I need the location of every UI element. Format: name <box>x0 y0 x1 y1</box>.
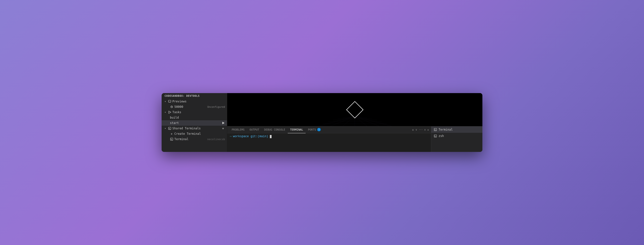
tab-ports[interactable]: PORTS 1 <box>306 126 324 133</box>
terminal-list-label-terminal: Terminal <box>438 128 453 131</box>
terminal-item-label: Terminal <box>174 137 205 141</box>
tab-debug-console[interactable]: DEBUG CONSOLE <box>262 126 288 133</box>
tasks-chevron: ▾ <box>164 111 167 114</box>
tab-actions: + ∨ ··· ∧ ✕ <box>412 128 429 132</box>
main-area: PROBLEMS OUTPUT DEBUG CONSOLE TERMINAL P… <box>227 93 482 152</box>
shared-terminals-section: ▾ Shared Terminals + + Create Terminal <box>162 126 227 142</box>
create-terminal-icon: + <box>170 132 173 135</box>
terminal-item-user: necolinecsb <box>207 138 225 141</box>
tasks-label: Tasks <box>172 111 225 114</box>
terminal-right-panel: Terminal zsh <box>431 126 482 152</box>
build-label: build <box>170 116 225 119</box>
build-row[interactable]: build <box>162 115 227 120</box>
tasks-section: ▾ Tasks build start <box>162 110 227 126</box>
svg-line-18 <box>318 116 355 126</box>
more-actions-icon[interactable]: ··· <box>418 128 423 131</box>
previews-row[interactable]: ▾ Previews <box>162 99 227 104</box>
add-terminal-button[interactable]: + <box>221 126 225 130</box>
add-terminal-action[interactable]: + <box>221 126 225 130</box>
tab-problems[interactable]: PROBLEMS <box>229 126 247 133</box>
terminal-list-item-zsh[interactable]: zsh <box>431 133 482 139</box>
start-row[interactable]: start <box>162 120 227 126</box>
port-row[interactable]: 50000 Unconfigured <box>162 104 227 110</box>
port-status: Unconfigured <box>208 106 225 108</box>
svg-line-24 <box>355 116 392 126</box>
add-terminal-tab-button[interactable]: + <box>412 128 414 132</box>
tasks-play-icon <box>168 111 172 114</box>
svg-line-4 <box>172 107 172 107</box>
main-window: CODESANDBOX: DEVTOOLS ▾ Previews <box>162 93 482 152</box>
terminal-list-item-terminal[interactable]: Terminal <box>431 126 482 133</box>
terminal-content: → workspace git:(main) <box>227 133 431 152</box>
shared-terminals-row[interactable]: ▾ Shared Terminals + <box>162 126 227 131</box>
shared-terminals-chevron: ▾ <box>164 127 167 130</box>
prompt-path: workspace git:(main) <box>233 135 268 138</box>
tasks-row[interactable]: ▾ Tasks <box>162 110 227 115</box>
svg-rect-0 <box>168 100 171 102</box>
logo-area <box>227 93 482 126</box>
terminal-tabs: PROBLEMS OUTPUT DEBUG CONSOLE TERMINAL P… <box>227 126 431 133</box>
svg-marker-5 <box>169 111 171 113</box>
create-terminal-label: Create Terminal <box>174 132 225 135</box>
terminal-list-icon-terminal <box>434 128 437 131</box>
sidebar-header: CODESANDBOX: DEVTOOLS <box>162 93 227 99</box>
create-terminal-row[interactable]: + Create Terminal <box>162 131 227 136</box>
sidebar: CODESANDBOX: DEVTOOLS ▾ Previews <box>162 93 227 152</box>
chevron-down-icon[interactable]: ∨ <box>416 128 417 131</box>
terminal-prompt: → workspace git:(main) <box>230 135 272 138</box>
previews-chevron: ▾ <box>164 100 167 103</box>
maximize-icon[interactable]: ∧ <box>424 128 426 131</box>
shared-terminals-label: Shared Terminals <box>172 127 220 130</box>
start-label: start <box>170 121 221 125</box>
terminal-item-row[interactable]: Terminal necolinecsb <box>162 136 227 142</box>
svg-marker-6 <box>222 122 224 124</box>
prompt-cursor <box>270 135 272 138</box>
tab-output[interactable]: OUTPUT <box>247 126 262 133</box>
close-terminal-button[interactable]: ✕ <box>427 128 429 132</box>
port-icon <box>170 105 173 109</box>
prompt-arrow: → <box>230 135 232 138</box>
previews-label: Previews <box>172 100 225 103</box>
previews-section: ▾ Previews 50000 <box>162 99 227 110</box>
terminal-item-icon <box>170 137 173 141</box>
shared-terminals-icon <box>168 127 172 130</box>
ports-badge: 1 <box>317 128 321 131</box>
terminal-list-label-zsh: zsh <box>438 134 444 138</box>
tab-terminal[interactable]: TERMINAL <box>288 126 306 133</box>
terminal-left: PROBLEMS OUTPUT DEBUG CONSOLE TERMINAL P… <box>227 126 431 152</box>
previews-icon <box>168 100 172 103</box>
port-number: 50000 <box>174 105 206 109</box>
start-run-action <box>222 121 225 125</box>
terminal-list-icon-zsh <box>434 134 437 138</box>
terminal-panel: PROBLEMS OUTPUT DEBUG CONSOLE TERMINAL P… <box>227 126 482 152</box>
